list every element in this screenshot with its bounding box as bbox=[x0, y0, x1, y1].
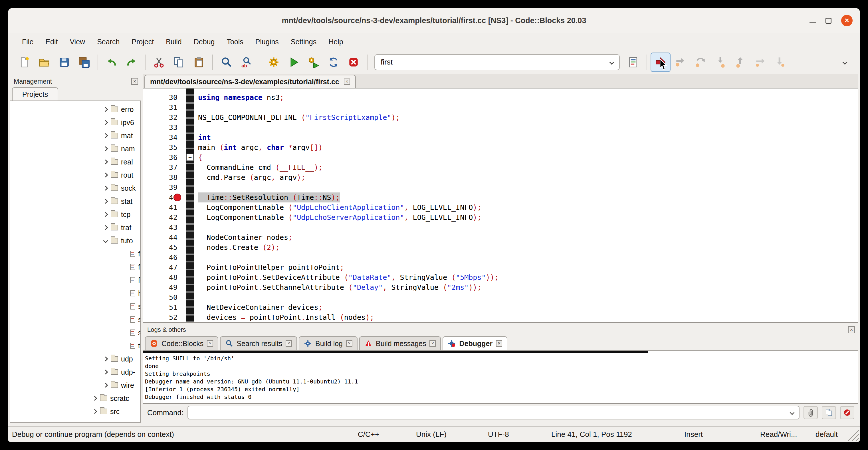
tree-item-se[interactable]: se bbox=[10, 300, 141, 313]
menu-help[interactable]: Help bbox=[322, 33, 349, 50]
tab-projects[interactable]: Projects bbox=[12, 87, 58, 100]
chevron-right-icon[interactable] bbox=[103, 199, 108, 204]
build-and-run-button[interactable] bbox=[304, 53, 323, 72]
redo-button[interactable] bbox=[122, 53, 142, 72]
menu-debug[interactable]: Debug bbox=[188, 33, 221, 50]
management-close-icon[interactable] bbox=[131, 78, 138, 85]
project-tree[interactable]: erroipv6matnamrealroutsockstattcptraftut… bbox=[10, 101, 141, 423]
chevron-right-icon[interactable] bbox=[103, 357, 108, 361]
link-log-button[interactable] bbox=[804, 406, 818, 419]
line-number[interactable]: 52 bbox=[143, 312, 183, 322]
chevron-right-icon[interactable] bbox=[103, 383, 108, 388]
logs-tab-build-messages[interactable]: Build messages bbox=[359, 336, 441, 350]
line-number[interactable]: 49 bbox=[143, 282, 183, 292]
next-line-button[interactable] bbox=[690, 53, 711, 72]
chevron-down-icon[interactable] bbox=[103, 238, 108, 243]
menu-settings[interactable]: Settings bbox=[285, 33, 322, 50]
open-file-button[interactable] bbox=[34, 53, 54, 72]
next-instruction-button[interactable] bbox=[750, 53, 770, 72]
line-number[interactable]: 42 bbox=[143, 212, 183, 222]
breakpoint-marker[interactable] bbox=[174, 193, 181, 201]
line-number[interactable]: 38 bbox=[143, 173, 183, 182]
tree-item-mat[interactable]: mat bbox=[10, 129, 141, 142]
chevron-right-icon[interactable] bbox=[103, 133, 108, 138]
clear-log-button[interactable] bbox=[840, 406, 854, 419]
step-into-button[interactable] bbox=[711, 53, 731, 72]
chevron-right-icon[interactable] bbox=[103, 186, 108, 191]
chevron-right-icon[interactable] bbox=[103, 173, 108, 178]
tree-item-src[interactable]: src bbox=[10, 405, 141, 418]
find-button[interactable] bbox=[216, 53, 236, 72]
tree-item-scratc[interactable]: scratc bbox=[10, 392, 141, 405]
line-number[interactable]: 36 bbox=[143, 152, 183, 162]
code-editor[interactable]: 30using namespace ns3;3132NS_LOG_COMPONE… bbox=[143, 89, 858, 323]
titlebar[interactable]: mnt/dev/tools/source/ns-3-dev/examples/t… bbox=[8, 8, 860, 33]
menu-file[interactable]: File bbox=[16, 33, 39, 50]
tab-close-icon[interactable] bbox=[344, 79, 350, 85]
replace-button[interactable]: ab bbox=[236, 53, 256, 72]
chevron-right-icon[interactable] bbox=[103, 120, 108, 125]
menu-search[interactable]: Search bbox=[91, 33, 126, 50]
build-target-combobox[interactable]: first bbox=[374, 54, 620, 70]
fold-margin[interactable] bbox=[183, 282, 198, 292]
run-button[interactable] bbox=[284, 53, 304, 72]
fold-margin[interactable] bbox=[183, 92, 198, 102]
undo-button[interactable] bbox=[101, 53, 122, 72]
menu-project[interactable]: Project bbox=[126, 33, 160, 50]
fold-margin[interactable] bbox=[183, 302, 198, 312]
line-number[interactable]: 48 bbox=[143, 272, 183, 282]
line-number[interactable]: 30 bbox=[143, 92, 183, 102]
copy-log-button[interactable] bbox=[822, 406, 836, 419]
tab-close-icon[interactable] bbox=[496, 340, 502, 347]
fold-margin[interactable] bbox=[183, 212, 198, 222]
fold-margin[interactable] bbox=[183, 242, 198, 252]
new-file-button[interactable] bbox=[14, 53, 34, 72]
step-out-button[interactable] bbox=[731, 53, 750, 72]
editor-tab-first-cc[interactable]: mnt/dev/tools/source/ns-3-dev/examples/t… bbox=[144, 75, 356, 88]
fold-margin[interactable] bbox=[183, 173, 198, 182]
chevron-right-icon[interactable] bbox=[103, 160, 108, 164]
tree-item-udp-[interactable]: udp- bbox=[10, 365, 141, 379]
menu-build[interactable]: Build bbox=[160, 33, 188, 50]
logs-tab-search-results[interactable]: Search results bbox=[220, 336, 297, 350]
chevron-right-icon[interactable] bbox=[103, 225, 108, 230]
chevron-right-icon[interactable] bbox=[103, 370, 108, 374]
line-number[interactable]: 37 bbox=[143, 162, 183, 173]
fold-margin[interactable] bbox=[183, 272, 198, 282]
fold-margin[interactable] bbox=[183, 192, 198, 203]
fold-margin[interactable] bbox=[183, 252, 198, 262]
command-input[interactable] bbox=[187, 406, 800, 419]
tree-item-real[interactable]: real bbox=[10, 155, 141, 169]
fold-margin[interactable] bbox=[183, 143, 198, 152]
minimize-icon[interactable] bbox=[809, 18, 816, 24]
cut-button[interactable] bbox=[149, 53, 169, 72]
tree-item-he[interactable]: he bbox=[10, 287, 141, 300]
tree-item-sock[interactable]: sock bbox=[10, 182, 141, 195]
line-number[interactable]: 35 bbox=[143, 143, 183, 152]
run-to-cursor-button[interactable] bbox=[671, 53, 690, 72]
fold-marker[interactable] bbox=[186, 154, 194, 161]
chevron-down-icon[interactable] bbox=[790, 410, 795, 415]
line-number[interactable]: 31 bbox=[143, 102, 183, 113]
step-into-instruction-button[interactable] bbox=[770, 53, 790, 72]
debugger-log-view[interactable]: Setting SHELL to '/bin/sh' done Setting … bbox=[143, 351, 858, 404]
chevron-right-icon[interactable] bbox=[103, 147, 108, 151]
toolbar-overflow-button[interactable] bbox=[835, 53, 855, 72]
line-number[interactable]: 39 bbox=[143, 182, 183, 192]
tree-item-tcp[interactable]: tcp bbox=[10, 208, 141, 221]
tree-item-rout[interactable]: rout bbox=[10, 169, 141, 182]
tree-item-nam[interactable]: nam bbox=[10, 142, 141, 155]
resize-grip[interactable] bbox=[846, 428, 859, 441]
line-number[interactable]: 32 bbox=[143, 113, 183, 122]
chevron-down-icon[interactable] bbox=[610, 60, 614, 64]
tree-item-wire[interactable]: wire bbox=[10, 379, 141, 392]
fold-margin[interactable] bbox=[183, 222, 198, 233]
tree-item-se[interactable]: se bbox=[10, 313, 141, 326]
logs-close-icon[interactable] bbox=[848, 326, 855, 333]
chevron-right-icon[interactable] bbox=[103, 107, 108, 112]
fold-margin[interactable] bbox=[183, 132, 198, 143]
menu-view[interactable]: View bbox=[64, 33, 91, 50]
line-number[interactable]: 34 bbox=[143, 132, 183, 143]
logs-tab-debugger[interactable]: Debugger bbox=[442, 336, 507, 350]
tab-close-icon[interactable] bbox=[429, 340, 436, 347]
